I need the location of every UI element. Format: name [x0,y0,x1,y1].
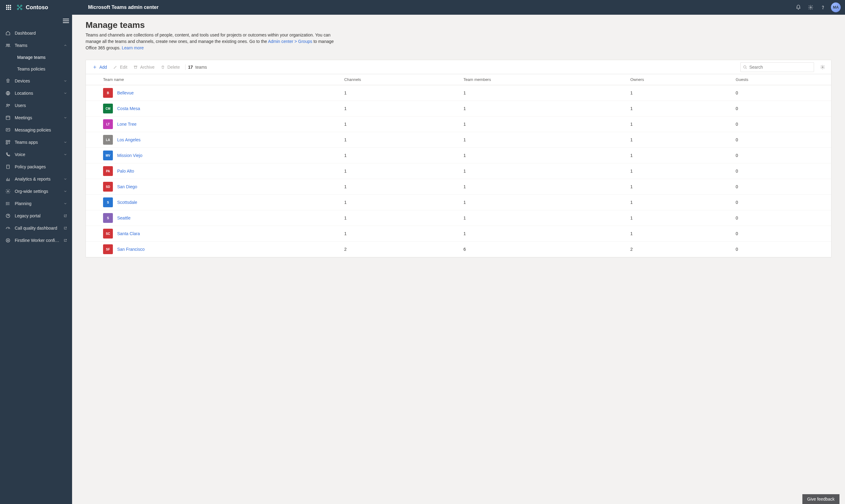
table-row[interactable]: CMCosta Mesa1110 [86,101,831,116]
analytics-icon [4,176,12,182]
settings-button[interactable] [805,0,817,15]
brand[interactable]: Contoso [16,4,48,11]
cell-channels: 1 [339,195,459,210]
notifications-button[interactable] [792,0,805,15]
sidebar-item-label: Teams apps [15,140,63,145]
team-name-link[interactable]: Santa Clara [117,231,140,236]
team-name-link[interactable]: Lone Tree [117,122,137,127]
svg-rect-22 [135,67,137,68]
give-feedback-button[interactable]: Give feedback [803,494,840,504]
archive-button[interactable]: Archive [130,60,158,74]
col-team-members[interactable]: Team members [459,74,626,85]
sidebar-item-teams-apps[interactable]: Teams apps [0,136,72,148]
chevron-down-icon [63,91,68,95]
edit-button[interactable]: Edit [110,60,130,74]
learn-more-link[interactable]: Learn more [122,46,144,50]
pencil-icon [113,65,118,69]
cell-members: 6 [459,241,626,257]
team-name-link[interactable]: Los Angeles [117,137,140,142]
avatar-initials: MA [833,5,839,10]
sidebar-subitem-teams-policies[interactable]: Teams policies [0,63,72,75]
col-guests[interactable]: Guests [731,74,831,85]
cell-channels: 2 [339,241,459,257]
admin-center-groups-link[interactable]: Admin center > Groups [268,39,312,44]
team-name-link[interactable]: Seattle [117,216,131,220]
team-name-link[interactable]: Mission Viejo [117,153,142,158]
sidebar-item-label: Org-wide settings [15,189,63,194]
svg-point-1 [20,5,22,6]
sidebar-item-label: Teams [15,43,63,48]
team-avatar-tile: MV [103,150,113,160]
svg-point-5 [823,8,823,9]
sidebar-item-legacy-portal[interactable]: Legacy portal [0,210,72,222]
sidebar: DashboardTeamsManage teamsTeams policies… [0,15,72,504]
cell-owners: 1 [626,179,731,195]
team-name-link[interactable]: San Francisco [117,247,144,252]
table-row[interactable]: SDSan Diego1110 [86,179,831,195]
sidebar-item-meetings[interactable]: Meetings [0,112,72,124]
cell-guests: 0 [731,132,831,148]
sidebar-item-label: Dashboard [15,31,68,36]
search-box[interactable] [740,62,814,72]
waffle-icon [6,5,11,10]
collapse-sidebar-button[interactable] [0,15,72,27]
table-row[interactable]: SScottsdale1110 [86,195,831,210]
svg-rect-14 [8,140,10,142]
team-name-link[interactable]: Costa Mesa [117,106,140,111]
sidebar-item-call-quality-dashboard[interactable]: Call quality dashboard [0,222,72,234]
cell-channels: 1 [339,132,459,148]
cell-channels: 1 [339,148,459,163]
svg-rect-11 [6,116,10,120]
cell-channels: 1 [339,179,459,195]
teams-count: 17 teams [188,65,207,70]
table-row[interactable]: BBellevue1110 [86,85,831,101]
table-row[interactable]: PAPalo Alto1110 [86,163,831,179]
gear-icon [820,65,825,70]
table-row[interactable]: LTLone Tree1110 [86,116,831,132]
table-row[interactable]: MVMission Viejo1110 [86,148,831,163]
svg-point-10 [8,105,10,106]
people-icon [4,42,12,48]
sidebar-item-policy-packages[interactable]: Policy packages [0,161,72,173]
col-channels[interactable]: Channels [339,74,459,85]
search-input[interactable] [747,65,812,70]
table-row[interactable]: SCSanta Clara1110 [86,226,831,241]
col-team-name[interactable]: Team name [86,74,339,85]
cell-channels: 1 [339,226,459,241]
teams-table: Team name Channels Team members Owners G… [86,74,831,257]
team-name-link[interactable]: Scottsdale [117,200,137,205]
app-launcher-button[interactable] [2,0,15,15]
sidebar-item-org-wide-settings[interactable]: Org-wide settings [0,185,72,197]
sidebar-subitem-manage-teams[interactable]: Manage teams [0,52,72,63]
delete-button[interactable]: Delete [158,60,183,74]
chevron-down-icon [63,153,68,156]
sidebar-item-planning[interactable]: Planning [0,197,72,210]
calendar-icon [4,115,12,121]
add-button[interactable]: Add [90,60,110,74]
team-name-link[interactable]: Palo Alto [117,168,134,174]
team-name-link[interactable]: Bellevue [117,90,134,95]
teams-card: Add Edit Archive Delete 17 teams [86,60,831,257]
sidebar-item-analytics-reports[interactable]: Analytics & reports [0,173,72,185]
help-button[interactable] [817,0,829,15]
cell-owners: 1 [626,226,731,241]
sidebar-item-firstline-worker-configu-[interactable]: Firstline Worker configu… [0,234,72,247]
account-avatar[interactable]: MA [831,2,841,12]
sidebar-item-locations[interactable]: Locations [0,87,72,99]
sidebar-item-voice[interactable]: Voice [0,148,72,161]
sidebar-item-messaging-policies[interactable]: Messaging policies [0,124,72,136]
cell-guests: 0 [731,101,831,116]
table-row[interactable]: LALos Angeles1110 [86,132,831,148]
message-icon [4,127,12,133]
col-owners[interactable]: Owners [626,74,731,85]
sidebar-item-label: Devices [15,78,63,84]
sidebar-item-users[interactable]: Users [0,99,72,112]
table-row[interactable]: SSeattle1110 [86,210,831,226]
sidebar-item-dashboard[interactable]: Dashboard [0,27,72,39]
sidebar-item-teams[interactable]: Teams [0,39,72,52]
cell-guests: 0 [731,241,831,257]
table-row[interactable]: SFSan Francisco2620 [86,241,831,257]
table-settings-button[interactable] [818,62,828,72]
team-name-link[interactable]: San Diego [117,184,137,189]
sidebar-item-devices[interactable]: Devices [0,75,72,87]
